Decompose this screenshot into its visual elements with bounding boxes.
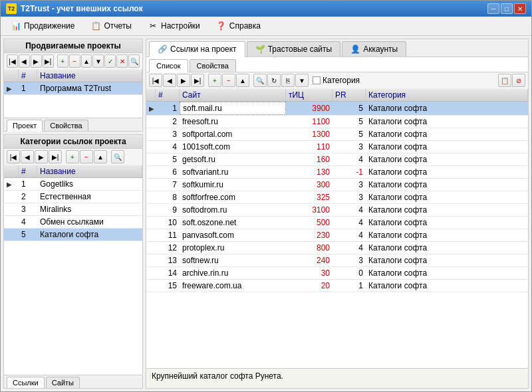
- cat-row-5[interactable]: 5 Каталоги софта: [4, 229, 142, 241]
- right-row-6[interactable]: 6softvariant.ru130-1Каталоги софта: [146, 166, 528, 179]
- cat-row-1[interactable]: ▶ 1 Gogetliks: [4, 178, 142, 191]
- row-1-tic: 3900: [286, 102, 332, 114]
- right-row-12[interactable]: 12protoplex.ru8004Каталоги софта: [146, 242, 528, 254]
- tab-sites[interactable]: Сайты: [46, 377, 80, 388]
- menu-reports[interactable]: 📋 Отчеты: [84, 18, 139, 34]
- proj-first-btn[interactable]: |◀: [7, 54, 18, 68]
- tab-links-project[interactable]: 🔗 Ссылки на проект: [149, 41, 245, 57]
- proj-row-arrow: ▶: [4, 84, 13, 94]
- right-add-btn[interactable]: +: [208, 74, 221, 87]
- category-checkbox[interactable]: [313, 76, 321, 84]
- right-row-4[interactable]: 41001soft.com1103Каталоги софта: [146, 141, 528, 153]
- tab-project[interactable]: Проект: [7, 120, 43, 132]
- proj-search-btn[interactable]: 🔍: [128, 54, 140, 68]
- row-15-tic: 20: [286, 280, 332, 292]
- proj-add-btn[interactable]: +: [57, 54, 68, 68]
- right-row-14[interactable]: 14archive.rin.ru300Каталоги софта: [146, 267, 528, 280]
- row-2-site: freesoft.ru: [180, 116, 286, 128]
- right-row-8[interactable]: 8softforfree.com3253Каталоги софта: [146, 191, 528, 204]
- right-search-btn[interactable]: 🔍: [253, 74, 267, 87]
- proj-del-btn[interactable]: −: [69, 54, 80, 68]
- proj-cancel-btn[interactable]: ✕: [116, 54, 128, 68]
- cat-last-btn[interactable]: ▶|: [49, 150, 62, 163]
- row-12-num: 12: [156, 242, 180, 254]
- cat-up-btn[interactable]: ▲: [94, 150, 107, 163]
- right-row-7[interactable]: 7softkumir.ru3003Каталоги софта: [146, 179, 528, 191]
- right-refresh-btn[interactable]: ↻: [267, 74, 281, 87]
- proj-down-btn[interactable]: ▼: [92, 54, 104, 68]
- window-title: T2Trust - учет внешних ссылок: [21, 4, 143, 13]
- cat-del-btn[interactable]: −: [80, 150, 93, 163]
- right-first-btn[interactable]: |◀: [149, 74, 162, 87]
- right-row-10[interactable]: 10soft.oszone.net5004Каталоги софта: [146, 217, 528, 229]
- tab-accounts[interactable]: 👤 Аккаунты: [342, 41, 406, 56]
- right-filter-btn[interactable]: ▼: [295, 74, 309, 87]
- cat-row-2[interactable]: 2 Естественная: [4, 191, 142, 203]
- right-last-btn[interactable]: ▶|: [191, 74, 204, 87]
- menu-promotion[interactable]: 📊 Продвижение: [3, 18, 82, 34]
- cat-add-btn[interactable]: +: [66, 150, 79, 163]
- right-extra-btn1[interactable]: 📋: [498, 74, 511, 87]
- right-tabs: 🔗 Ссылки на проект 🌱 Трастовые сайты 👤 А…: [146, 39, 528, 57]
- row-5-site: getsoft.ru: [180, 153, 286, 165]
- right-copy-btn[interactable]: ⎘: [281, 74, 295, 87]
- menu-settings[interactable]: ✂ Настройки: [140, 18, 207, 34]
- right-row-15[interactable]: 15freeware.com.ua201Каталоги софта: [146, 280, 528, 292]
- sub-tab-list[interactable]: Список: [149, 59, 188, 72]
- cat-name-col: Название: [37, 165, 142, 177]
- row-3-pr: 5: [332, 128, 366, 140]
- proj-ok-btn[interactable]: ✓: [104, 54, 116, 68]
- cat-row-3[interactable]: 3 Miralinks: [4, 203, 142, 216]
- cat-3-num: 3: [19, 203, 37, 215]
- row-14-pr: 0: [332, 267, 366, 279]
- right-row-5[interactable]: 5getsoft.ru1604Каталоги софта: [146, 153, 528, 166]
- row-1-pr: 5: [332, 102, 366, 114]
- right-prev-btn[interactable]: ◀: [163, 74, 176, 87]
- right-row-11[interactable]: 11panvasoft.com2304Каталоги софта: [146, 229, 528, 242]
- right-up-btn[interactable]: ▲: [236, 74, 249, 87]
- right-del-btn[interactable]: −: [222, 74, 235, 87]
- sub-tab-properties[interactable]: Свойства: [190, 59, 236, 72]
- proj-next-btn[interactable]: ▶: [31, 54, 42, 68]
- cat-first-btn[interactable]: |◀: [7, 150, 20, 163]
- cat-prev-btn[interactable]: ◀: [21, 150, 34, 163]
- cat-next-btn[interactable]: ▶: [35, 150, 48, 163]
- right-row-2[interactable]: 2freesoft.ru11005Каталоги софта: [146, 116, 528, 128]
- header-pr: PR: [332, 89, 366, 101]
- minimize-button[interactable]: ─: [487, 3, 499, 14]
- tab-trust-sites[interactable]: 🌱 Трастовые сайты: [247, 41, 341, 56]
- cat-2-num: 2: [19, 191, 37, 203]
- right-row-9[interactable]: 9softodrom.ru31004Каталоги софта: [146, 204, 528, 217]
- right-row-3[interactable]: 3softportal.com13005Каталоги софта: [146, 128, 528, 141]
- proj-row-name: Программа T2Trust: [37, 82, 142, 94]
- menu-help[interactable]: ❓ Справка: [209, 18, 268, 34]
- proj-num-col: #: [19, 70, 37, 82]
- cat-4-name: Обмен ссылками: [37, 216, 142, 228]
- row-4-arrow: [146, 146, 156, 148]
- right-next-btn[interactable]: ▶: [177, 74, 190, 87]
- trust-tab-icon: 🌱: [255, 45, 265, 54]
- maximize-button[interactable]: □: [501, 3, 513, 14]
- row-6-num: 6: [156, 166, 180, 178]
- cat-row-4[interactable]: 4 Обмен ссылками: [4, 216, 142, 229]
- cat-search-btn[interactable]: 🔍: [111, 150, 124, 163]
- tab-properties[interactable]: Свойства: [44, 120, 88, 131]
- header-num: #: [156, 89, 180, 101]
- proj-up-btn[interactable]: ▲: [81, 54, 92, 68]
- right-extra-btn2[interactable]: ⊘: [512, 74, 525, 87]
- right-row-1[interactable]: ▶1soft.mail.ru39005Каталоги софта: [146, 102, 528, 116]
- proj-prev-btn[interactable]: ◀: [19, 54, 30, 68]
- tab-links[interactable]: Ссылки: [7, 377, 45, 389]
- close-button[interactable]: ✕: [514, 3, 526, 14]
- promotion-icon: 📊: [11, 21, 21, 31]
- row-9-arrow: [146, 209, 156, 211]
- reports-icon: 📋: [91, 21, 102, 31]
- trust-tab-label: Трастовые сайты: [268, 45, 332, 54]
- row-3-num: 3: [156, 128, 180, 140]
- project-row[interactable]: ▶ 1 Программа T2Trust: [4, 82, 142, 95]
- row-11-pr: 4: [332, 229, 366, 241]
- row-10-pr: 4: [332, 217, 366, 229]
- right-grid: # Сайт тИЦ PR Категория ▶1soft.mail.ru39…: [146, 89, 528, 368]
- proj-last-btn[interactable]: ▶|: [43, 54, 54, 68]
- right-row-13[interactable]: 13softnew.ru2403Каталоги софта: [146, 254, 528, 267]
